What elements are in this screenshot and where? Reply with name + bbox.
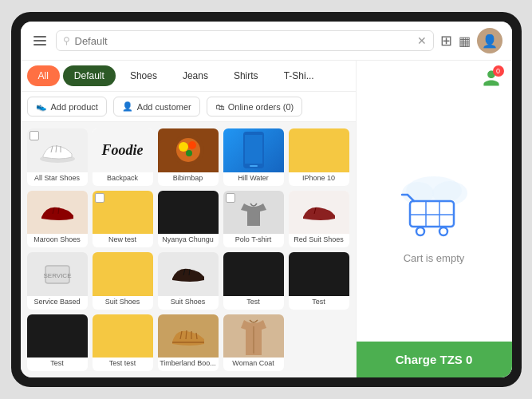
product-card[interactable]: Test <box>223 252 284 310</box>
tab-shirts[interactable]: Shirts <box>223 65 270 86</box>
tablet-screen: ⚲ ✕ ⊞ ▦ 👤 All Default Shoes Jeans Shirts <box>21 22 512 377</box>
product-checkbox[interactable] <box>30 131 39 140</box>
svg-point-19 <box>416 227 424 235</box>
product-image <box>27 314 88 358</box>
product-card[interactable]: All Star Shoes <box>27 128 88 186</box>
product-card[interactable]: Hill Water <box>223 128 284 186</box>
product-name: Red Suit Shoes <box>289 234 349 247</box>
product-name: IPhone 10 <box>289 172 349 186</box>
right-panel: 0 <box>356 61 512 377</box>
product-image <box>93 252 153 296</box>
left-panel: All Default Shoes Jeans Shirts T-Shi... … <box>21 61 356 377</box>
product-name: Test <box>27 358 88 371</box>
product-card[interactable]: SERVICEService Based <box>27 252 88 310</box>
clear-icon[interactable]: ✕ <box>417 34 427 47</box>
category-tabs: All Default Shoes Jeans Shirts T-Shi... <box>21 61 356 92</box>
product-image <box>158 252 219 296</box>
product-name: New test <box>93 234 153 247</box>
add-customer-button[interactable]: 👤 Add customer <box>113 97 200 117</box>
product-image <box>158 128 219 172</box>
search-icon: ⚲ <box>63 35 70 46</box>
product-card[interactable]: Maroon Shoes <box>27 191 88 248</box>
charge-button[interactable]: Charge TZS 0 <box>357 342 512 377</box>
svg-rect-15 <box>410 201 454 227</box>
product-name: Bibimbap <box>158 172 219 186</box>
svg-point-4 <box>188 141 196 149</box>
hamburger-menu[interactable] <box>30 33 49 49</box>
product-card[interactable]: IPhone 10 <box>289 128 349 186</box>
product-card[interactable]: Polo T-shirt <box>223 191 284 248</box>
tab-all[interactable]: All <box>27 65 60 86</box>
product-card[interactable]: Test test <box>93 314 153 372</box>
action-bar: 👟 Add product 👤 Add customer 🛍 Online or… <box>21 92 356 122</box>
online-orders-icon: 🛍 <box>215 102 224 112</box>
svg-point-20 <box>439 227 447 235</box>
product-name: Test test <box>93 358 153 371</box>
barcode-icon[interactable]: ▦ <box>459 34 471 49</box>
product-card[interactable]: Timberland Boo... <box>158 314 219 372</box>
tab-jeans[interactable]: Jeans <box>171 65 219 86</box>
svg-text:SERVICE: SERVICE <box>43 272 71 279</box>
product-name: Suit Shoes <box>93 296 153 310</box>
product-checkbox[interactable] <box>95 193 104 203</box>
tab-default[interactable]: Default <box>63 65 116 86</box>
online-orders-label: Online orders (0) <box>228 102 294 112</box>
product-card[interactable]: Bibimbap <box>158 128 219 186</box>
svg-point-3 <box>179 142 188 152</box>
online-orders-button[interactable]: 🛍 Online orders (0) <box>207 97 303 117</box>
product-card[interactable]: New test <box>93 191 153 248</box>
product-card[interactable]: FoodieBackpack <box>93 128 153 186</box>
product-image <box>289 191 349 235</box>
svg-point-2 <box>176 138 200 162</box>
tablet-frame: ⚲ ✕ ⊞ ▦ 👤 All Default Shoes Jeans Shirts <box>11 12 522 387</box>
product-card[interactable]: Suit Shoes <box>158 252 219 310</box>
grid-view-icon[interactable]: ⊞ <box>440 32 452 49</box>
product-image <box>93 191 153 235</box>
product-image <box>223 128 284 172</box>
search-input[interactable] <box>75 35 412 47</box>
product-name: Service Based <box>27 296 88 310</box>
add-product-button[interactable]: 👟 Add product <box>27 97 107 117</box>
avatar[interactable]: 👤 <box>477 28 502 53</box>
tab-tshirts[interactable]: T-Shi... <box>273 65 325 86</box>
product-image <box>223 314 284 358</box>
product-name: Nyanya Chungu <box>158 234 219 247</box>
product-image: SERVICE <box>27 252 88 296</box>
svg-rect-8 <box>250 165 258 167</box>
product-image <box>27 191 88 235</box>
add-customer-label: Add customer <box>137 102 191 112</box>
add-product-label: Add product <box>51 102 98 112</box>
cart-illustration <box>390 171 478 243</box>
product-image <box>289 252 349 296</box>
product-card[interactable]: Woman Coat <box>223 314 284 372</box>
product-card[interactable]: Red Suit Shoes <box>289 191 349 248</box>
right-header: 0 <box>357 61 512 93</box>
cart-empty-text: Cart is empty <box>404 252 465 264</box>
add-product-icon: 👟 <box>36 101 47 112</box>
product-name: Backpack <box>93 172 153 186</box>
product-name: Suit Shoes <box>158 296 219 310</box>
product-image <box>158 191 219 235</box>
svg-rect-7 <box>245 135 262 164</box>
product-card[interactable]: Test <box>289 252 349 310</box>
product-name: Maroon Shoes <box>27 234 88 247</box>
product-name: Timberland Boo... <box>158 358 219 371</box>
product-checkbox[interactable] <box>226 193 235 203</box>
cart-notification-badge: 0 <box>493 65 504 77</box>
products-grid: All Star ShoesFoodieBackpackBibimbapHill… <box>21 122 356 377</box>
product-image <box>27 128 88 172</box>
cart-empty-area: Cart is empty <box>390 93 478 342</box>
add-customer-icon: 👤 <box>122 101 133 112</box>
body: All Default Shoes Jeans Shirts T-Shi... … <box>21 61 512 377</box>
product-name: Polo T-shirt <box>223 234 284 247</box>
product-card[interactable]: Test <box>27 314 88 372</box>
product-image <box>93 314 153 358</box>
tab-shoes[interactable]: Shoes <box>119 65 168 86</box>
product-name: Woman Coat <box>223 358 284 371</box>
product-name: Test <box>223 296 284 310</box>
product-image <box>289 128 349 172</box>
product-card[interactable]: Nyanya Chungu <box>158 191 219 248</box>
product-card[interactable]: Suit Shoes <box>93 252 153 310</box>
product-image <box>223 191 284 235</box>
product-name: Test <box>289 296 349 310</box>
